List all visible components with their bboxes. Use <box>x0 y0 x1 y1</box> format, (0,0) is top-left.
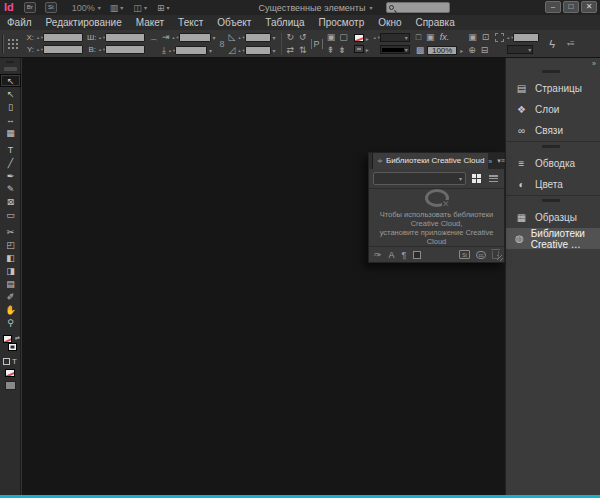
opacity-field[interactable]: 100% <box>427 46 457 55</box>
formatting-affects-text-icon[interactable]: T <box>12 357 17 366</box>
workspace-switcher[interactable]: Существенные элементы ▾ <box>258 3 372 13</box>
flip-horizontal-button[interactable]: ⇄ <box>287 45 295 55</box>
fill-swatch[interactable] <box>3 335 12 343</box>
dock-item-stroke[interactable]: ≡ Обводка <box>506 153 600 174</box>
direct-selection-tool[interactable]: ↖ <box>0 87 21 100</box>
corner-options-icon[interactable]: □ <box>416 32 421 42</box>
free-transform-tool[interactable]: ◰ <box>0 238 21 251</box>
adobe-stock-icon[interactable]: St <box>459 250 470 259</box>
quick-apply-icon[interactable]: ϟ <box>549 38 555 50</box>
effects-icon[interactable]: fx. <box>440 32 450 42</box>
hand-tool[interactable]: ✋ <box>0 303 21 316</box>
shear-stepper[interactable]: ▲▼ <box>238 49 243 52</box>
add-paragraph-style-icon[interactable]: ¶ <box>402 250 407 260</box>
constrain-scale-icon[interactable]: 8 <box>220 39 225 49</box>
x-stepper[interactable]: ▲▼ <box>36 36 41 39</box>
screen-mode-dropdown[interactable]: ◫ ▾ <box>133 3 147 13</box>
search-input[interactable] <box>386 2 450 13</box>
dock-item-layers[interactable]: ❖ Слои <box>506 99 600 120</box>
stroke-swatch[interactable] <box>8 343 17 351</box>
collapse-panel-icon[interactable]: » <box>488 158 492 165</box>
scale-y-field[interactable] <box>175 46 207 55</box>
control-panel-menu-icon[interactable]: ▾≡ <box>567 39 575 48</box>
add-character-style-icon[interactable]: A <box>389 250 395 260</box>
stroke-weight-dropdown[interactable]: ▾ <box>380 33 410 42</box>
menu-item[interactable]: Текст <box>171 15 210 30</box>
dock-item-color[interactable]: ◐ Цвета <box>506 174 600 195</box>
width-field[interactable] <box>105 33 145 42</box>
menu-item[interactable]: Окно <box>371 15 408 30</box>
dock-item-pages[interactable]: ▤ Страницы <box>506 78 600 99</box>
panel-grip[interactable] <box>2 35 4 53</box>
formatting-affects-container-icon[interactable] <box>3 358 10 365</box>
formatting-toggles[interactable]: T <box>0 356 20 367</box>
view-options-dropdown[interactable]: ▥ ▾ <box>110 3 124 13</box>
menu-item[interactable]: Просмотр <box>312 15 372 30</box>
list-view-button[interactable] <box>487 172 500 185</box>
gradient-feather-tool[interactable]: ◨ <box>0 264 21 277</box>
flip-vertical-button[interactable]: ⇅ <box>299 45 307 55</box>
select-next-button[interactable]: ⇟ <box>338 45 346 55</box>
arrange-documents-dropdown[interactable]: ⊞ ▾ <box>157 3 170 13</box>
collapse-panels-icon[interactable]: » <box>506 58 600 68</box>
fitting-stepper[interactable]: ▲▼ <box>506 36 511 39</box>
select-previous-button[interactable]: ⇞ <box>327 45 335 55</box>
dock-item-swatches[interactable]: ▦ Образцы <box>506 207 600 228</box>
fitting-dropdown[interactable]: ▾ <box>507 45 533 54</box>
shear-field[interactable] <box>245 46 271 55</box>
chevron-down-icon[interactable]: ▸ <box>366 35 369 42</box>
rotate-cw-button[interactable]: ↻ <box>287 32 295 42</box>
width-stepper[interactable]: ▲▼ <box>98 36 103 39</box>
line-tool[interactable]: ╱ <box>0 156 21 169</box>
stock-icon[interactable]: St <box>45 2 57 13</box>
eyedropper-tool[interactable]: ✐ <box>0 290 21 303</box>
stroke-type-dropdown[interactable]: ▾ <box>380 45 410 54</box>
panel-drag-handle[interactable] <box>4 67 17 71</box>
chevron-down-icon[interactable]: ▸ <box>366 46 369 53</box>
grid-view-button[interactable] <box>470 172 483 185</box>
panel-resize-grip[interactable] <box>497 255 503 261</box>
type-tool[interactable]: T <box>0 143 21 156</box>
auto-fit-button[interactable]: ⊟ <box>481 45 489 55</box>
minimize-button[interactable]: – <box>545 1 561 13</box>
swap-fill-stroke-icon[interactable]: ⇄ <box>15 334 20 341</box>
bridge-icon[interactable]: Br <box>24 2 36 13</box>
dock-item-cc-libraries[interactable]: ◍ Библиотеки Creative … <box>506 228 600 249</box>
height-stepper[interactable]: ▲▼ <box>98 48 103 51</box>
scale-x-stepper[interactable]: ▲▼ <box>172 36 177 39</box>
rotation-field[interactable] <box>245 33 271 42</box>
panel-header-dots[interactable] <box>0 58 20 65</box>
fit-frame-button[interactable]: ⊡ <box>482 32 490 42</box>
height-field[interactable] <box>105 45 145 54</box>
maximize-button[interactable]: □ <box>563 1 579 13</box>
gradient-tool[interactable]: ◧ <box>0 251 21 264</box>
scale-y-stepper[interactable]: ▲▼ <box>168 49 173 52</box>
scale-x-field[interactable] <box>179 33 211 42</box>
rotate-ccw-button[interactable]: ↺ <box>299 32 307 42</box>
add-fill-color-icon[interactable] <box>413 251 421 259</box>
zoom-tool[interactable]: ⚲ <box>0 316 21 329</box>
cc-sync-icon[interactable]: cc <box>476 251 486 259</box>
frame-fitting-icon[interactable] <box>495 33 504 42</box>
gap-tool[interactable]: ↔ <box>0 113 21 126</box>
document-canvas[interactable] <box>22 58 505 495</box>
y-stepper[interactable]: ▲▼ <box>36 48 41 51</box>
chevron-down-icon[interactable]: ▾ <box>213 34 216 41</box>
fitting-field[interactable] <box>513 33 539 42</box>
select-container-button[interactable]: ▣ <box>327 32 336 42</box>
frame-tool[interactable]: ⊠ <box>0 195 21 208</box>
pen-tool[interactable]: ✒ <box>0 169 21 182</box>
pencil-tool[interactable]: ✎ <box>0 182 21 195</box>
scissors-tool[interactable]: ✂ <box>0 225 21 238</box>
chevron-down-icon[interactable]: ▾ <box>273 47 276 54</box>
y-field[interactable] <box>43 45 83 54</box>
reference-point-proxy[interactable] <box>7 38 19 50</box>
close-button[interactable]: ✕ <box>581 1 597 13</box>
page-tool[interactable]: ▯ <box>0 100 21 113</box>
chevron-down-icon[interactable]: ▾ <box>209 47 212 54</box>
stroke-weight-stepper[interactable]: ▲▼ <box>373 36 378 39</box>
x-field[interactable] <box>43 33 83 42</box>
chevron-down-icon[interactable]: ▾ <box>273 34 276 41</box>
content-collector-tool[interactable]: ▦ <box>0 126 21 139</box>
menu-item[interactable]: Макет <box>129 15 171 30</box>
